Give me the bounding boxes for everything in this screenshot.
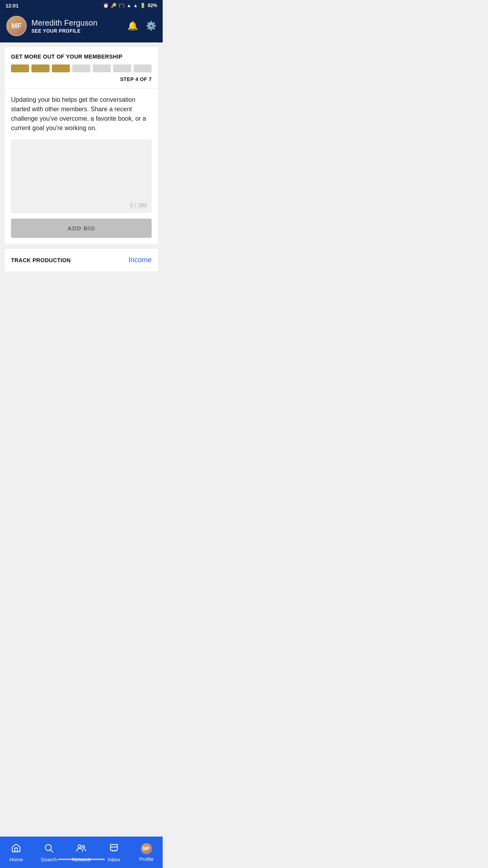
- progress-bar-4: [72, 64, 90, 72]
- progress-bar-5: [93, 64, 111, 72]
- progress-bar-1: [11, 64, 29, 72]
- settings-icon[interactable]: ⚙️: [146, 21, 156, 31]
- wifi-icon: ▲: [127, 3, 131, 8]
- bio-textarea[interactable]: [16, 144, 147, 199]
- avatar[interactable]: MF: [6, 16, 27, 36]
- progress-bar-6: [113, 64, 131, 72]
- header-action-icons: 🔔 ⚙️: [127, 21, 156, 31]
- status-icons: ⏰ 🔑 📳 ▲ ▲ 🔋 82%: [103, 3, 157, 8]
- bio-description: Updating your bio helps get the conversa…: [11, 95, 152, 133]
- add-bio-button[interactable]: ADD BIO: [11, 219, 152, 238]
- vibrate-icon: 📳: [119, 3, 125, 8]
- avatar-image: MF: [7, 17, 26, 35]
- char-count: 0 / 280: [16, 202, 147, 208]
- key-icon: 🔑: [111, 3, 117, 8]
- progress-bar-7: [134, 64, 152, 72]
- progress-bar-2: [31, 64, 50, 72]
- step-label: STEP 4 OF 7: [11, 76, 152, 82]
- bio-section: Updating your bio helps get the conversa…: [5, 88, 158, 244]
- alarm-icon: ⏰: [103, 3, 109, 8]
- notification-icon[interactable]: 🔔: [127, 21, 138, 31]
- header-user-info[interactable]: MF Meredith Ferguson SEE YOUR PROFILE: [6, 16, 97, 36]
- battery-percent: 82%: [148, 3, 157, 8]
- progress-bar-3: [52, 64, 70, 72]
- signal-icon: ▲: [133, 3, 138, 8]
- status-bar: 12:01 ⏰ 🔑 📳 ▲ ▲ 🔋 82%: [0, 0, 163, 11]
- status-time: 12:01: [6, 3, 18, 9]
- battery-icon: 🔋: [140, 3, 146, 8]
- membership-title: GET MORE OUT OF YOUR MEMBERSHIP: [11, 53, 152, 60]
- membership-card: GET MORE OUT OF YOUR MEMBERSHIP STEP 4 O…: [5, 47, 158, 88]
- page-content: GET MORE OUT OF YOUR MEMBERSHIP STEP 4 O…: [0, 47, 163, 317]
- header-username: Meredith Ferguson: [31, 18, 97, 28]
- progress-bars: [11, 64, 152, 72]
- track-production-card: TRACK PRODUCTION Income: [5, 249, 158, 271]
- header-subtitle[interactable]: SEE YOUR PROFILE: [31, 28, 97, 34]
- header: MF Meredith Ferguson SEE YOUR PROFILE 🔔 …: [0, 11, 163, 42]
- header-text-block: Meredith Ferguson SEE YOUR PROFILE: [31, 18, 97, 34]
- track-production-title: TRACK PRODUCTION: [11, 257, 71, 263]
- bio-textarea-wrapper: 0 / 280: [11, 139, 152, 213]
- track-production-link[interactable]: Income: [128, 256, 152, 264]
